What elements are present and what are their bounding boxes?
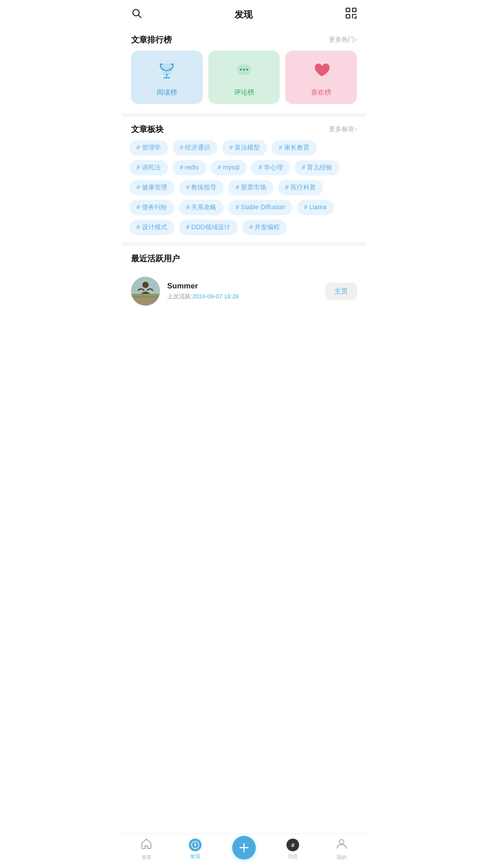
active-users-header: 最近活跃用户 [122,246,366,269]
ranking-cards-container: 阅读榜 评论榜 喜欢榜 [122,51,366,113]
user-item: Summer 上次活跃:2024-09-07 18:28 主页 [122,269,366,313]
svg-rect-3 [352,8,356,12]
tag-item[interactable]: # 并发编程 [242,220,287,235]
svg-rect-2 [346,8,350,12]
divider-1 [122,113,366,117]
tag-item[interactable]: # 讲民法 [129,160,168,175]
tag-item[interactable]: # mysql [211,160,247,175]
user-name: Summer [167,282,318,291]
tag-item[interactable]: # Stable Diffusion [228,200,292,215]
tag-item[interactable]: # 关系攻略 [179,200,224,215]
divider-2 [122,242,366,246]
trophy-icon [158,61,176,84]
svg-rect-16 [131,297,160,306]
comment-icon [235,61,253,84]
svg-line-1 [139,15,141,18]
svg-point-0 [133,9,139,16]
tag-item[interactable]: # DDD领域设计 [179,220,238,235]
scan-icon[interactable] [345,7,357,22]
ranking-section-header: 文章排行榜 更多热门 › [122,27,366,51]
ranking-comment-label: 评论榜 [234,88,254,97]
ranking-read-label: 阅读榜 [157,88,177,97]
ranking-card-like[interactable]: 喜欢榜 [285,51,357,104]
ranking-title: 文章排行榜 [131,34,172,45]
tag-item[interactable]: # 健康管理 [129,180,174,195]
tag-item[interactable]: # 教练指导 [179,180,224,195]
svg-point-10 [240,69,242,71]
sections-more-link[interactable]: 更多板块 › [329,125,357,133]
tag-item[interactable]: # 学心理 [251,160,290,175]
svg-point-15 [142,282,149,288]
ranking-card-read[interactable]: 阅读榜 [131,51,203,104]
tag-item[interactable]: # 经济通识 [173,140,218,156]
tag-item[interactable]: # 管理学 [129,140,168,156]
user-home-button[interactable]: 主页 [325,283,357,300]
tag-item[interactable]: # 债务纠纷 [129,200,174,215]
avatar [131,277,160,306]
svg-rect-17 [131,294,160,297]
ranking-card-comment[interactable]: 评论榜 [208,51,280,104]
tag-item[interactable]: # 设计模式 [129,220,174,235]
svg-point-11 [243,69,245,71]
tag-item[interactable]: # redis [173,160,206,175]
heart-icon [312,61,330,84]
tag-item[interactable]: # 医疗科普 [278,180,323,195]
sections-title: 文章板块 [131,124,164,135]
user-last-active: 上次活跃:2024-09-07 18:28 [167,292,318,301]
header: 发现 [122,0,366,27]
tag-item[interactable]: # 股票市场 [228,180,273,195]
sections-header: 文章板块 更多板块 › [122,117,366,140]
tag-item[interactable]: # 育儿经验 [295,160,340,175]
active-users-title: 最近活跃用户 [131,253,180,264]
tags-container: # 管理学# 经济通识# 算法模型# 家长教育# 讲民法# redis# mys… [122,140,366,242]
page-title: 发现 [235,9,253,21]
ranking-more-link[interactable]: 更多热门 › [329,36,357,44]
tag-item[interactable]: # Llama [297,200,334,215]
search-icon[interactable] [131,8,142,21]
svg-rect-4 [346,14,350,18]
chevron-right-icon: › [355,37,357,43]
chevron-right-icon-2: › [355,126,357,132]
svg-point-12 [246,69,248,71]
ranking-like-label: 喜欢榜 [311,88,331,97]
tag-item[interactable]: # 算法模型 [222,140,267,156]
user-info: Summer 上次活跃:2024-09-07 18:28 [167,282,318,301]
tag-item[interactable]: # 家长教育 [272,140,317,156]
